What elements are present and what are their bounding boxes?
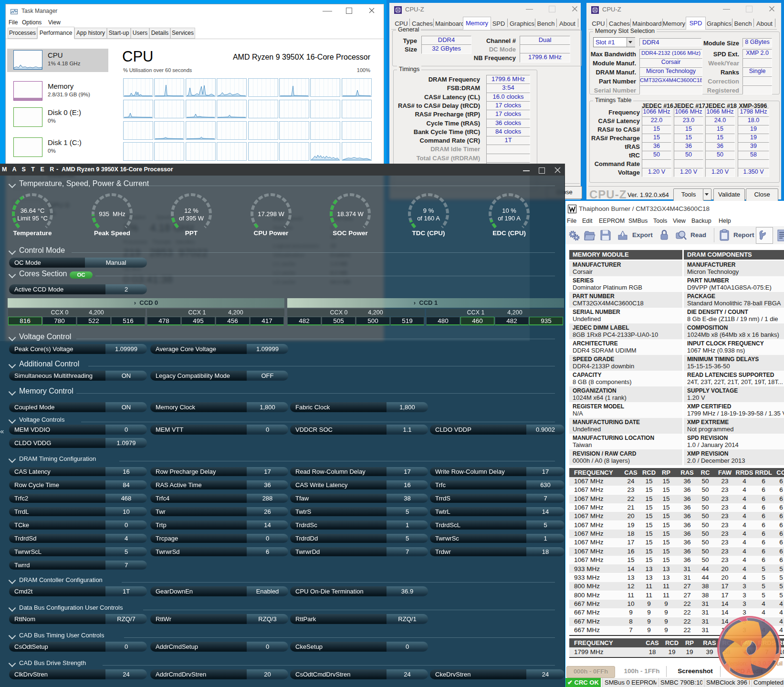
- svg-text:9 %: 9 %: [423, 207, 434, 214]
- svg-text:of 190 A: of 190 A: [498, 215, 521, 222]
- svg-text:10 %: 10 %: [502, 207, 516, 214]
- svg-text:Limit 95 °C: Limit 95 °C: [17, 215, 48, 222]
- svg-text:of 395 W: of 395 W: [179, 215, 204, 222]
- svg-text:17.298 W: 17.298 W: [258, 210, 284, 218]
- svg-text:935 MHz: 935 MHz: [99, 210, 125, 218]
- svg-text:36.64 °C: 36.64 °C: [21, 207, 45, 214]
- svg-text:18.374 W: 18.374 W: [337, 210, 364, 218]
- svg-text:12 %: 12 %: [184, 207, 199, 214]
- svg-text:of 160 A: of 160 A: [417, 215, 440, 222]
